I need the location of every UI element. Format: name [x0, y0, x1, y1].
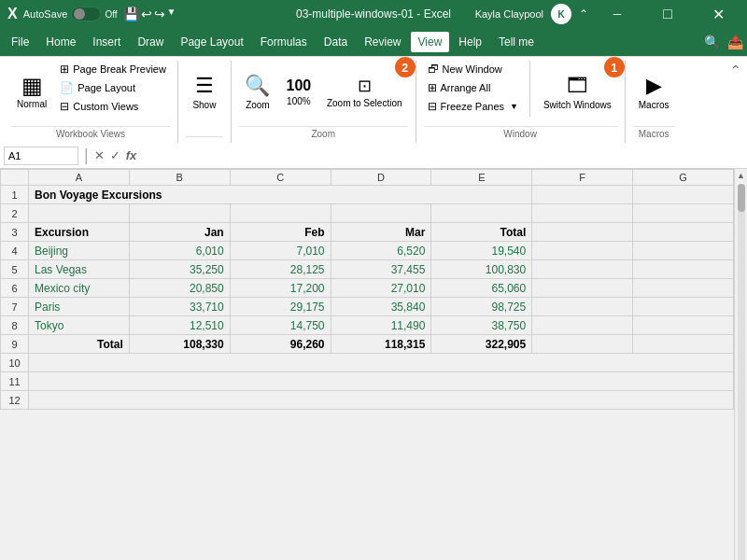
cell-e5[interactable]: 100,830 [431, 260, 532, 279]
cell-f3[interactable] [532, 223, 633, 242]
share-icon[interactable]: 📤 [727, 35, 743, 49]
freeze-panes-button[interactable]: ⊟ Freeze Panes ▼ [424, 98, 522, 115]
cell-e3[interactable]: Total [431, 223, 532, 242]
custom-views-button[interactable]: ⊟ Custom Views [56, 98, 170, 115]
cancel-formula-icon[interactable]: ✕ [94, 148, 105, 162]
insert-function-icon[interactable]: fx [126, 148, 137, 162]
formula-input[interactable] [140, 149, 743, 162]
page-layout-button[interactable]: 📄 Page Layout [56, 79, 170, 96]
cell-e4[interactable]: 19,540 [431, 242, 532, 260]
row-num-12[interactable]: 12 [1, 391, 29, 410]
cell-a3[interactable]: Excursion [29, 223, 130, 242]
autosave-control[interactable]: AutoSave Off [23, 7, 118, 21]
cell-d4[interactable]: 6,520 [331, 242, 431, 260]
macros-button[interactable]: ▶ Macros [633, 61, 675, 122]
cell-g6[interactable] [633, 279, 734, 298]
row-num-8[interactable]: 8 [1, 316, 29, 335]
cell-c4[interactable]: 7,010 [230, 242, 331, 260]
cell-f4[interactable] [532, 242, 633, 260]
cell-e2[interactable] [431, 204, 532, 223]
cell-f8[interactable] [532, 316, 633, 335]
col-header-g[interactable]: G [633, 170, 734, 186]
menu-file[interactable]: File [4, 32, 36, 52]
cell-f6[interactable] [532, 279, 633, 298]
minimize-button[interactable]: ─ [596, 0, 639, 28]
menu-insert[interactable]: Insert [85, 32, 128, 52]
cell-a8[interactable]: Tokyo [29, 316, 130, 335]
name-box[interactable] [4, 147, 78, 165]
menu-data[interactable]: Data [317, 32, 355, 52]
cell-d8[interactable]: 11,490 [331, 316, 431, 335]
cell-f1[interactable] [532, 186, 633, 204]
normal-button[interactable]: ▦ Normal [11, 61, 52, 122]
cell-f9[interactable] [532, 335, 633, 354]
col-header-a[interactable]: A [29, 170, 130, 186]
scroll-thumb-vertical[interactable] [738, 184, 745, 212]
menu-review[interactable]: Review [357, 32, 408, 52]
col-header-e[interactable]: E [431, 170, 532, 186]
menu-formulas[interactable]: Formulas [253, 32, 315, 52]
cell-b5[interactable]: 35,250 [129, 260, 230, 279]
undo-dropdown-icon[interactable]: ▼ [167, 7, 176, 21]
cell-g8[interactable] [633, 316, 734, 335]
new-window-button[interactable]: 🗗 New Window [424, 61, 522, 77]
cell-b9[interactable]: 108,330 [129, 335, 230, 354]
maximize-button[interactable]: □ [646, 0, 689, 28]
cell-row11[interactable] [29, 372, 734, 391]
ribbon-collapse[interactable]: ⌃ [728, 61, 743, 143]
cell-c5[interactable]: 28,125 [230, 260, 331, 279]
ribbon-toggle-icon[interactable]: ⌃ [579, 7, 588, 21]
cell-d6[interactable]: 27,010 [331, 279, 431, 298]
row-num-7[interactable]: 7 [1, 298, 29, 316]
menu-help[interactable]: Help [451, 32, 489, 52]
zoom-button[interactable]: 🔍 Zoom [239, 61, 276, 122]
cell-e7[interactable]: 98,725 [431, 298, 532, 316]
cell-e9[interactable]: 322,905 [431, 335, 532, 354]
arrange-all-button[interactable]: ⊞ Arrange All [424, 79, 522, 96]
row-num-5[interactable]: 5 [1, 260, 29, 279]
col-header-b[interactable]: B [129, 170, 230, 186]
row-num-11[interactable]: 11 [1, 372, 29, 391]
page-break-button[interactable]: ⊞ Page Break Preview [56, 61, 170, 77]
cell-b3[interactable]: Jan [129, 223, 230, 242]
cell-c2[interactable] [230, 204, 331, 223]
col-header-c[interactable]: C [230, 170, 331, 186]
undo-icon[interactable]: ↩ [141, 7, 152, 21]
cell-g1[interactable] [633, 186, 734, 204]
cell-b6[interactable]: 20,850 [129, 279, 230, 298]
redo-icon[interactable]: ↪ [154, 7, 165, 21]
menu-draw[interactable]: Draw [130, 32, 171, 52]
cell-g3[interactable] [633, 223, 734, 242]
cell-c8[interactable]: 14,750 [230, 316, 331, 335]
cell-e8[interactable]: 38,750 [431, 316, 532, 335]
autosave-toggle[interactable] [71, 7, 101, 21]
menu-home[interactable]: Home [38, 32, 83, 52]
cell-a1[interactable]: Bon Voyage Excursions [29, 186, 532, 204]
cell-row10[interactable] [29, 354, 734, 372]
cell-d3[interactable]: Mar [331, 223, 431, 242]
cell-b2[interactable] [129, 204, 230, 223]
vertical-scrollbar[interactable]: ▲ ▼ [734, 169, 747, 560]
row-num-6[interactable]: 6 [1, 279, 29, 298]
row-num-3[interactable]: 3 [1, 223, 29, 242]
cell-f5[interactable] [532, 260, 633, 279]
cell-b7[interactable]: 33,710 [129, 298, 230, 316]
col-header-f[interactable]: F [532, 170, 633, 186]
zoom-100-button[interactable]: 100 100% [280, 61, 317, 122]
cell-d2[interactable] [331, 204, 431, 223]
cell-a4[interactable]: Beijing [29, 242, 130, 260]
cell-g9[interactable] [633, 335, 734, 354]
cell-g4[interactable] [633, 242, 734, 260]
menu-tell-me[interactable]: Tell me [491, 32, 542, 52]
close-button[interactable]: ✕ [697, 0, 740, 28]
cell-a6[interactable]: Mexico city [29, 279, 130, 298]
row-num-4[interactable]: 4 [1, 242, 29, 260]
cell-e6[interactable]: 65,060 [431, 279, 532, 298]
scroll-up-button[interactable]: ▲ [735, 169, 747, 182]
cell-c6[interactable]: 17,200 [230, 279, 331, 298]
cell-d9[interactable]: 118,315 [331, 335, 431, 354]
cell-g7[interactable] [633, 298, 734, 316]
cell-a5[interactable]: Las Vegas [29, 260, 130, 279]
scroll-track-vertical[interactable] [738, 184, 745, 560]
confirm-formula-icon[interactable]: ✓ [110, 148, 120, 162]
